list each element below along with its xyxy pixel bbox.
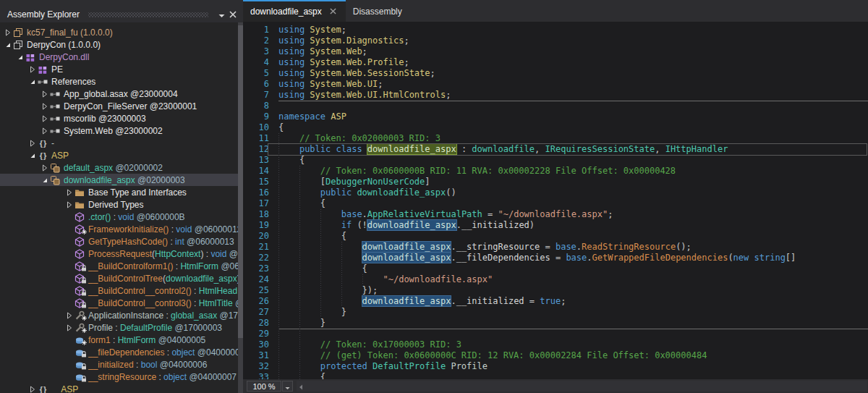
tree-item[interactable]: { }- (0, 137, 238, 149)
code-token: System.Web (310, 46, 362, 56)
tree-item-label: ASP (51, 151, 69, 161)
tree-item-label: PE (51, 64, 63, 75)
tree-item[interactable]: __BuildControlform1() : HtmlForm @060 (0, 260, 238, 272)
indent-guide (320, 263, 321, 274)
panel-menu-button[interactable] (216, 9, 227, 20)
tab-disassembly[interactable]: Disassembly (346, 0, 409, 22)
panel-close-button[interactable] (227, 9, 239, 20)
tree-item[interactable]: { }__ASP (0, 383, 238, 393)
code-line-14: 14 // Token: 0x0600000B RID: 11 RVA: 0x0… (243, 166, 868, 177)
expander-collapsed-icon[interactable] (40, 88, 49, 100)
code-text: "~/downloadfile.aspx" (278, 274, 493, 284)
chevron-down-icon (285, 380, 290, 393)
line-number: 14 (243, 166, 269, 177)
tree-item[interactable]: DerpyCon_FileServer @23000001 (0, 100, 238, 112)
line-number: 24 (243, 274, 269, 285)
code-reference-highlight[interactable]: downloadfile_aspx (367, 144, 456, 154)
tree-item[interactable]: Derived Types (0, 198, 238, 211)
tree-item[interactable]: App_global.asax @23000004 (0, 88, 238, 100)
code-token: System.Web.SessionState (310, 68, 430, 78)
indent-guide (320, 209, 321, 220)
code-token: DebuggerNonUserCode (326, 177, 425, 187)
code-text: { (278, 155, 305, 165)
tree-item-label: kc57_final_fu (1.0.0.0) (27, 28, 113, 38)
tree-item[interactable]: .ctor() : void @0600000B (0, 211, 238, 223)
code-text: public downloadfile_aspx() (278, 187, 456, 198)
tree-item[interactable]: __BuildControl__control3() : HtmlTitle @ (0, 297, 238, 309)
expander-collapsed-icon[interactable] (27, 138, 37, 149)
code-line-6: 6using System.Web.UI; (243, 79, 868, 90)
expander-collapsed-icon[interactable] (64, 199, 74, 211)
zoom-dropdown-button[interactable] (282, 381, 293, 392)
method-icon (74, 211, 85, 223)
tree-item[interactable]: Profile : DefaultProfile @17000003 (0, 321, 238, 334)
indent-guide (278, 372, 279, 379)
tree-item[interactable]: mscorlib @23000003 (0, 112, 238, 124)
tree-item[interactable]: GetTypeHashCode() : int @06000013 (0, 235, 238, 248)
tree-scrollbar-thumb[interactable] (238, 25, 243, 338)
expander-collapsed-icon[interactable] (40, 113, 49, 124)
tab-close-button[interactable] (328, 7, 339, 17)
code-reference-highlight[interactable]: downloadfile_aspx (362, 242, 451, 252)
line-number: 9 (243, 111, 269, 122)
expander-collapsed-icon[interactable] (40, 162, 49, 174)
tab-downloadfile-aspx[interactable]: downloadfile_aspx (243, 0, 346, 22)
method-icon (74, 297, 85, 309)
expander-collapsed-icon[interactable] (64, 310, 74, 321)
tree-item[interactable]: DerpyCon.dll (0, 51, 238, 63)
tree-item[interactable]: Base Type and Interfaces (0, 186, 238, 198)
indent-guide (278, 296, 279, 307)
expander-collapsed-icon[interactable] (3, 27, 12, 38)
expander-collapsed-icon[interactable] (64, 187, 74, 198)
zoom-level-select[interactable]: 100 % (247, 381, 281, 392)
tree-item[interactable]: __BuildControlTree(downloadfile_aspx) : (0, 272, 238, 284)
editor-hscrollbar[interactable] (297, 381, 867, 392)
expander-expanded-icon[interactable] (15, 51, 25, 63)
code-token: System.Web.UI (310, 79, 378, 89)
expander-expanded-icon[interactable] (27, 76, 37, 88)
line-number: 23 (243, 263, 269, 274)
star-icon (82, 337, 87, 347)
expander-collapsed-icon[interactable] (27, 64, 37, 75)
tree-item[interactable]: System.Web @23000002 (0, 124, 238, 137)
tree-item[interactable]: kc57_final_fu (1.0.0.0) (0, 26, 238, 38)
tree-item-label: App_global.asax @23000004 (64, 89, 178, 99)
expander-expanded-icon[interactable] (27, 150, 37, 161)
panel-drag-grip[interactable] (88, 12, 208, 17)
tree-scrollbar[interactable] (238, 22, 243, 393)
tree-item[interactable]: downloadfile_aspx @02000003 (0, 174, 238, 186)
tree-item[interactable]: PE (0, 63, 238, 75)
tree-item[interactable]: __fileDependencies : object @04000008 (0, 346, 238, 358)
tree-item[interactable]: __BuildControl__control2() : HtmlHead @ (0, 284, 238, 297)
tree-item[interactable]: __stringResource : object @04000007 (0, 371, 238, 383)
tree-item[interactable]: DerpyCon (1.0.0.0) (0, 38, 238, 51)
tree-item[interactable]: { }ASP (0, 149, 238, 161)
tree-item[interactable]: ProcessRequest(HttpContext) : void @06 (0, 248, 238, 260)
code-token: ; (608, 209, 613, 219)
tree-item[interactable]: FrameworkInitialize() : void @06000012 (0, 223, 238, 235)
code-token: . (451, 242, 456, 252)
expander-collapsed-icon[interactable] (40, 125, 49, 137)
indent-guide (299, 231, 300, 242)
indent-guide (278, 166, 279, 177)
tree-item[interactable]: form1 : HtmlForm @04000005 (0, 334, 238, 346)
tree-item[interactable]: ApplicationInstance : global_asax @1700 (0, 309, 238, 321)
expander-collapsed-icon[interactable] (64, 322, 74, 334)
namespace-icon: { } (37, 384, 48, 393)
code-reference-highlight[interactable]: downloadfile_aspx (367, 220, 456, 230)
code-text: } (278, 307, 346, 317)
expander-expanded-icon[interactable] (3, 39, 12, 51)
code-editor[interactable]: 1using System;2using System.Diagnostics;… (243, 22, 868, 379)
indent-guide (299, 198, 300, 209)
tree-item[interactable]: __initialized : bool @04000006 (0, 358, 238, 371)
code-token: ) (529, 220, 535, 230)
line-number: 29 (243, 329, 269, 339)
expander-expanded-icon[interactable] (40, 174, 49, 186)
expander-collapsed-icon[interactable] (40, 101, 49, 112)
code-token: (); (676, 242, 692, 252)
tree-item[interactable]: References (0, 75, 238, 88)
code-reference-highlight[interactable]: downloadfile_aspx (362, 253, 451, 263)
expander-collapsed-icon[interactable] (27, 384, 37, 393)
code-reference-highlight[interactable]: downloadfile_aspx (362, 296, 451, 306)
tree-item[interactable]: default_aspx @02000002 (0, 161, 238, 174)
